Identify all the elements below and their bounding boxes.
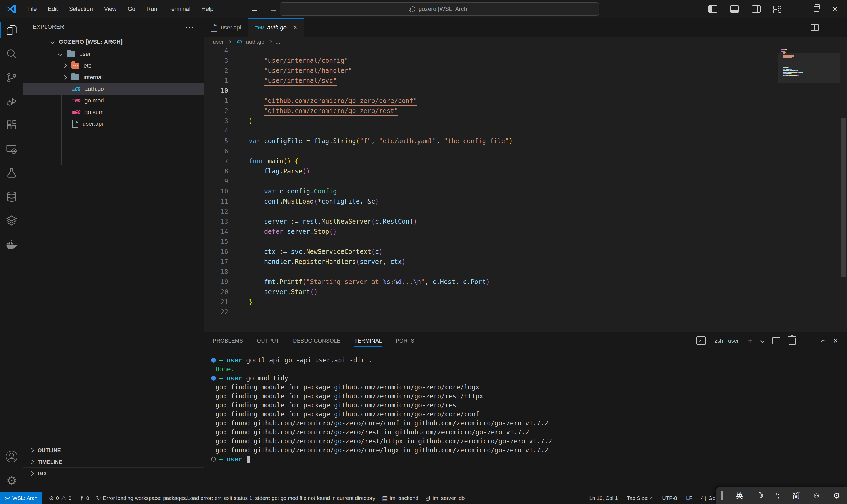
chevron-right-icon bbox=[62, 64, 67, 68]
activity-remote-explorer-icon[interactable] bbox=[0, 137, 23, 161]
activity-run-debug-icon[interactable] bbox=[0, 89, 23, 113]
ime-simplified-icon[interactable]: 简 bbox=[792, 490, 800, 501]
explorer-more-actions-icon[interactable]: ··· bbox=[185, 22, 194, 31]
terminal-dropdown-icon[interactable] bbox=[760, 339, 765, 343]
ime-moon-icon[interactable]: ☽ bbox=[756, 490, 763, 501]
activity-search-icon[interactable] bbox=[0, 42, 23, 66]
command-decoration-icon[interactable] bbox=[211, 358, 216, 363]
maximize-panel-icon[interactable] bbox=[821, 339, 826, 344]
panel-more-icon[interactable]: ··· bbox=[804, 337, 813, 345]
im-backend-status[interactable]: ▤ im_backend bbox=[382, 495, 418, 502]
panel-tab-terminal[interactable]: TERMINAL bbox=[355, 332, 382, 349]
tab-close-icon[interactable]: × bbox=[293, 23, 297, 32]
activity-explorer-icon[interactable] bbox=[0, 18, 23, 42]
tree-item-go-mod[interactable]: ≡GOgo.mod bbox=[23, 95, 204, 106]
workspace-error-status[interactable]: ↻ Error loading workspace: packages.Load… bbox=[96, 495, 375, 502]
im-server-db-status[interactable]: im_server_db bbox=[425, 495, 465, 501]
remote-icon: >< bbox=[5, 495, 10, 501]
tree-root[interactable]: GOZERO [WSL: ARCH] bbox=[23, 35, 204, 48]
line-number: 16 bbox=[204, 247, 232, 257]
tree-item-user-api[interactable]: user.api bbox=[23, 118, 204, 130]
close-icon[interactable]: × bbox=[832, 4, 837, 14]
editor-scrollbar[interactable] bbox=[840, 47, 847, 332]
ports-count: 0 bbox=[86, 495, 89, 501]
section-go[interactable]: GO bbox=[23, 467, 204, 480]
split-terminal-icon[interactable] bbox=[772, 337, 780, 344]
command-decoration-icon[interactable] bbox=[211, 376, 216, 381]
restore-icon[interactable] bbox=[814, 6, 819, 12]
editor-more-icon[interactable]: ··· bbox=[829, 23, 838, 32]
terminal-output[interactable]: →usergoctl api go -api user.api -dir .Do… bbox=[204, 349, 847, 492]
terminal-instance-label[interactable]: zsh - user bbox=[715, 338, 739, 344]
ime-drag-handle[interactable] bbox=[721, 491, 723, 500]
ime-lang-english[interactable]: 英 bbox=[736, 490, 743, 501]
problems-status[interactable]: ⊘ 0 ⚠ 0 bbox=[49, 495, 71, 502]
section-timeline[interactable]: TIMELINE bbox=[23, 456, 204, 468]
command-decoration-pending-icon[interactable] bbox=[211, 457, 216, 462]
menu-file[interactable]: File bbox=[22, 0, 42, 18]
panel-tab-debug-console[interactable]: DEBUG CONSOLE bbox=[293, 332, 341, 349]
command-center-search[interactable]: gozero [WSL: Arch] bbox=[280, 2, 599, 16]
settings-gear-icon[interactable]: ⚙ bbox=[0, 469, 23, 492]
activity-docker-icon[interactable] bbox=[0, 232, 23, 256]
split-editor-icon[interactable] bbox=[811, 24, 819, 31]
customize-layout-icon[interactable] bbox=[773, 5, 782, 13]
panel-tab-ports[interactable]: PORTS bbox=[396, 332, 415, 349]
tree-item-auth-go[interactable]: ≡GOauth.go bbox=[23, 83, 204, 95]
minimap[interactable] bbox=[778, 47, 840, 332]
back-icon[interactable]: ← bbox=[250, 4, 258, 14]
status-item-utf-8[interactable]: UTF-8 bbox=[662, 495, 677, 501]
breadcrumb-item[interactable]: auth.go bbox=[246, 39, 265, 45]
close-panel-icon[interactable]: × bbox=[833, 336, 838, 345]
menu-view[interactable]: View bbox=[98, 0, 122, 18]
ime-emoji-icon[interactable]: ☺ bbox=[813, 491, 821, 500]
toggle-secondary-sidebar-icon[interactable] bbox=[752, 5, 761, 13]
activity-database-icon[interactable] bbox=[0, 185, 23, 209]
ime-settings-icon[interactable]: ⚙ bbox=[833, 491, 840, 500]
activity-source-control-icon[interactable] bbox=[0, 66, 23, 89]
status-item-lf[interactable]: LF bbox=[686, 495, 692, 501]
code-text: "github.com/zeromicro/go-zero/rest" bbox=[232, 106, 398, 116]
panel-tab-output[interactable]: OUTPUT bbox=[257, 332, 279, 349]
breadcrumb[interactable]: user≡GOauth.go... bbox=[204, 37, 847, 47]
status-item-go[interactable]: { }Go bbox=[701, 495, 716, 501]
tab-auth-go[interactable]: ≡GOauth.go× bbox=[248, 18, 304, 37]
panel-tab-problems[interactable]: PROBLEMS bbox=[213, 332, 243, 349]
kill-terminal-icon[interactable] bbox=[789, 338, 796, 345]
scrollbar-thumb[interactable] bbox=[841, 118, 846, 277]
tree-item-user[interactable]: user bbox=[23, 48, 204, 60]
breadcrumb-item[interactable]: ... bbox=[275, 39, 280, 45]
menu-run[interactable]: Run bbox=[141, 0, 163, 18]
status-item-ln-10-col-1[interactable]: Ln 10, Col 1 bbox=[589, 495, 618, 501]
breadcrumb-item[interactable]: user bbox=[213, 39, 224, 45]
code-text: "github.com/zeromicro/go-zero/core/conf" bbox=[232, 96, 417, 106]
ime-punctuation-icon[interactable]: ’; bbox=[776, 491, 780, 500]
remote-indicator[interactable]: >< WSL: Arch bbox=[0, 492, 42, 504]
toggle-sidebar-icon[interactable] bbox=[708, 5, 717, 13]
output-text: go: finding module for package github.co… bbox=[211, 392, 483, 401]
toggle-panel-icon[interactable] bbox=[730, 5, 739, 13]
forward-icon[interactable]: → bbox=[269, 4, 278, 14]
menu-help[interactable]: Help bbox=[196, 0, 219, 18]
ime-toolbar[interactable]: 英☽’;简☺⚙ bbox=[716, 487, 847, 504]
editor-actions: ··· bbox=[811, 18, 847, 37]
tab-user-api[interactable]: user.api bbox=[204, 18, 248, 37]
line-number: 10 bbox=[204, 186, 232, 196]
activity-testing-icon[interactable] bbox=[0, 161, 23, 185]
menu-selection[interactable]: Selection bbox=[63, 0, 98, 18]
menu-go[interactable]: Go bbox=[122, 0, 141, 18]
activity-extensions-icon[interactable] bbox=[0, 113, 23, 137]
new-terminal-icon[interactable]: + bbox=[747, 336, 753, 346]
accounts-icon[interactable] bbox=[0, 445, 23, 469]
code-editor[interactable]: 43 "user/internal/config"2 "user/interna… bbox=[204, 47, 847, 332]
ports-status[interactable]: 0 bbox=[78, 495, 89, 501]
tree-item-internal[interactable]: internal bbox=[23, 71, 204, 83]
activity-layers-icon[interactable] bbox=[0, 209, 23, 232]
menu-terminal[interactable]: Terminal bbox=[163, 0, 196, 18]
status-item-tab-size-4[interactable]: Tab Size: 4 bbox=[627, 495, 653, 501]
menu-edit[interactable]: Edit bbox=[42, 0, 63, 18]
section-outline[interactable]: OUTLINE bbox=[23, 444, 204, 456]
tree-item-etc[interactable]: etc bbox=[23, 60, 204, 71]
tree-item-go-sum[interactable]: ≡GOgo.sum bbox=[23, 106, 204, 118]
minimize-icon[interactable] bbox=[795, 9, 801, 9]
